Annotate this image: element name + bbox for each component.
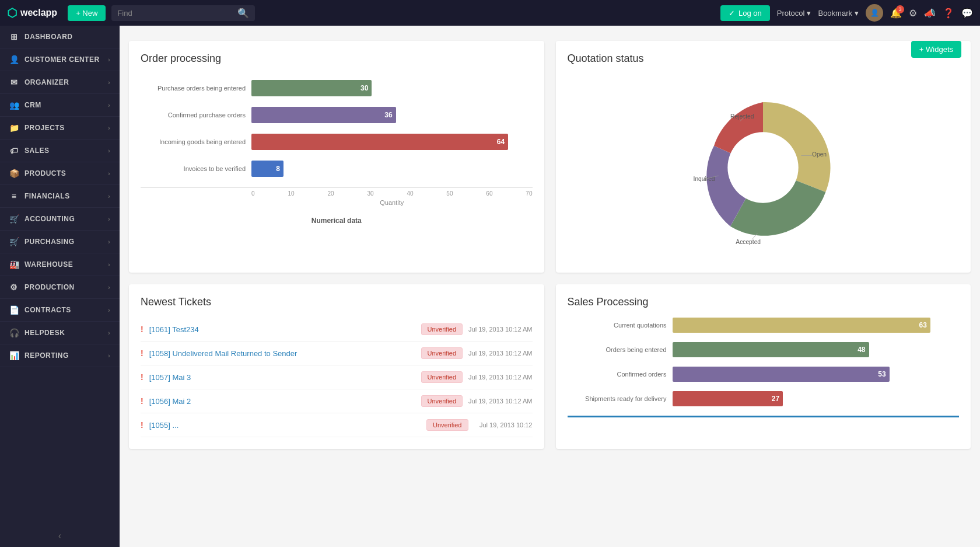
new-button[interactable]: + New [68,5,106,21]
sidebar-item-projects[interactable]: 📁 Projects › [0,117,120,140]
quotation-status-widget: Quotation status [556,41,971,273]
sidebar-label-contracts: Contracts [24,306,71,314]
search-icon: 🔍 [237,8,249,19]
newest-tickets-widget: Newest Tickets ! [1061] Test234 Unverifi… [129,284,544,449]
sidebar-item-purchasing[interactable]: 🛒 Purchasing › [0,231,120,253]
main-content: + Widgets Order processing Purchase orde… [120,26,980,547]
bar: 64 [251,134,508,150]
notification-bell[interactable]: 🔔 3 [890,8,902,19]
ticket-date: Jul 19, 2013 10:12 AM [468,326,532,333]
sidebar-item-crm[interactable]: 👥 CRM › [0,94,120,117]
sales-progress-line [568,416,960,417]
sales-bar-label: Confirmed orders [568,371,667,378]
notification-badge: 3 [896,5,904,13]
chevron-icon: › [108,330,110,336]
settings-icon[interactable]: ⚙ [909,8,917,19]
logo-icon: ⬡ [7,6,17,20]
ticket-link[interactable]: [1061] Test234 [149,325,415,334]
purchasing-icon: 🛒 [9,237,19,246]
bar-label: Invoices to be verified [141,165,246,172]
label-accepted: Accepted [736,239,761,245]
help-icon[interactable]: ❓ [943,8,954,19]
sales-bar-container: 53 [673,367,960,382]
sidebar-item-sales[interactable]: 🏷 Sales › [0,140,120,162]
axis-title: Quantity [141,199,533,206]
ticket-date: Jul 19, 2013 10:12 AM [468,350,532,357]
chart-footer: Numerical data [141,217,533,225]
bar-row: Invoices to be verified 8 [141,161,533,177]
sidebar-label-products: Products [24,169,66,177]
ticket-link[interactable]: [1058] Undelivered Mail Returned to Send… [149,349,415,358]
products-icon: 📦 [9,169,19,178]
megaphone-icon[interactable]: 📣 [924,8,936,19]
ticket-alert-icon: ! [141,420,144,430]
sales-icon: 🏷 [9,146,19,155]
ticket-row: ! [1057] Mai 3 Unverified Jul 19, 2013 1… [141,365,533,389]
axis-label: 20 [327,190,334,197]
bar-label: Confirmed purchase orders [141,112,246,119]
sales-bar-row: Confirmed orders 53 [568,367,960,382]
chevron-icon: › [108,239,110,245]
axis-label: 50 [446,190,453,197]
order-processing-title: Order processing [141,53,533,65]
accounting-icon: 🛒 [9,214,19,224]
search-input[interactable] [117,9,234,18]
navbar: ⬡ weclapp + New 🔍 ✓ Log on Protocol ▾ Bo… [0,0,980,26]
tickets-title: Newest Tickets [141,296,533,308]
ticket-link[interactable]: [1057] Mai 3 [149,373,415,382]
chevron-icon: › [108,57,110,63]
sales-processing-widget: Sales Processing Current quotations 63 O… [556,284,971,449]
sidebar-item-warehouse[interactable]: 🏭 Warehouse › [0,253,120,276]
sidebar-label-reporting: Reporting [24,351,69,360]
sales-bar: 63 [673,318,930,333]
sidebar-collapse-button[interactable]: ‹ [0,525,120,547]
sales-bar-label: Shipments ready for delivery [568,395,667,402]
sidebar-item-financials[interactable]: ≡ Financials › [0,185,120,208]
sidebar-item-reporting[interactable]: 📊 Reporting › [0,344,120,367]
chat-icon[interactable]: 💬 [961,8,973,19]
bar-container: 36 [251,107,533,123]
chevron-icon: › [108,216,110,222]
reporting-icon: 📊 [9,351,19,360]
axis-label: 0 [251,190,255,197]
chart-axis: 010203040506070 [141,187,533,197]
sidebar-label-customer-center: Customer Center [24,55,100,64]
sales-bar-row: Orders being entered 48 [568,342,960,357]
search-bar: 🔍 [111,5,255,21]
sidebar-item-dashboard[interactable]: ⊞ Dashboard [0,26,120,48]
sales-bar-row: Current quotations 63 [568,318,960,333]
ticket-status-badge: Unverified [421,347,463,359]
widgets-button[interactable]: + Widgets [911,41,961,58]
chevron-icon: › [108,148,110,154]
sidebar-item-accounting[interactable]: 🛒 Accounting › [0,208,120,231]
sidebar-item-customer-center[interactable]: 👤 Customer Center › [0,48,120,71]
order-processing-chart: Purchase orders being entered 30 Confirm… [141,74,533,212]
check-icon: ✓ [729,9,735,18]
sales-bar-container: 63 [673,318,960,333]
sidebar-item-production[interactable]: ⚙ Production › [0,276,120,299]
sidebar-label-accounting: Accounting [24,215,75,223]
order-processing-widget: Order processing Purchase orders being e… [129,41,544,273]
sidebar-item-contracts[interactable]: 📄 Contracts › [0,299,120,322]
avatar[interactable]: 👤 [866,4,883,22]
sales-title: Sales Processing [568,296,960,308]
protocol-link[interactable]: Protocol ▾ [777,9,811,18]
ticket-link[interactable]: [1056] Mai 2 [149,397,415,406]
sidebar-label-helpdesk: Helpdesk [24,329,65,337]
ticket-link[interactable]: [1055] ... [149,421,421,430]
bar-row: Purchase orders being entered 30 [141,80,533,96]
chevron-icon: › [108,102,110,109]
sidebar-item-organizer[interactable]: ✉ Organizer › [0,71,120,94]
bookmark-link[interactable]: Bookmark ▾ [818,9,859,18]
dashboard-icon: ⊞ [9,32,19,41]
sidebar-item-products[interactable]: 📦 Products › [0,162,120,185]
logo: ⬡ weclapp [7,6,57,20]
ticket-status-badge: Unverified [421,323,463,335]
logon-button[interactable]: ✓ Log on [720,5,770,21]
sidebar-item-helpdesk[interactable]: 🎧 Helpdesk › [0,322,120,344]
axis-label: 40 [407,190,413,197]
contracts-icon: 📄 [9,305,19,315]
sidebar-label-purchasing: Purchasing [24,238,75,246]
bar-row: Confirmed purchase orders 36 [141,107,533,123]
sales-bar-label: Orders being entered [568,346,667,353]
